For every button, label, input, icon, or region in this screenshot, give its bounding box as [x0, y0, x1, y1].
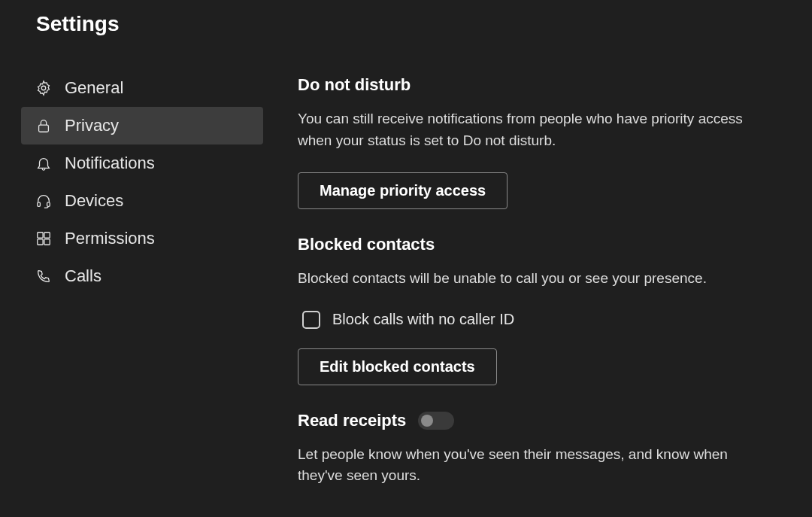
svg-rect-7 [44, 239, 50, 245]
sidebar-item-label: Permissions [65, 229, 155, 248]
svg-rect-5 [44, 233, 50, 238]
manage-priority-access-button[interactable]: Manage priority access [298, 172, 508, 209]
gear-icon [35, 79, 53, 97]
svg-rect-2 [38, 202, 41, 207]
headset-icon [35, 192, 53, 210]
lock-icon [35, 117, 53, 135]
section-desc: Let people know when you've seen their m… [298, 444, 776, 487]
block-no-caller-id-checkbox[interactable] [302, 311, 320, 329]
page-title: Settings [36, 12, 776, 36]
section-blocked-contacts: Blocked contacts Blocked contacts will b… [298, 235, 776, 385]
svg-rect-3 [47, 202, 50, 207]
sidebar-item-label: Privacy [65, 116, 119, 135]
section-read-receipts: Read receipts Let people know when you'v… [298, 411, 776, 487]
sidebar-item-devices[interactable]: Devices [21, 182, 263, 220]
sidebar-item-calls[interactable]: Calls [21, 257, 263, 295]
svg-point-0 [41, 86, 46, 90]
toggle-knob [421, 415, 433, 427]
svg-rect-1 [39, 125, 49, 132]
svg-rect-4 [38, 233, 43, 238]
phone-icon [35, 267, 53, 285]
section-heading: Read receipts [298, 411, 776, 430]
sidebar-item-notifications[interactable]: Notifications [21, 144, 263, 182]
section-desc: Blocked contacts will be unable to call … [298, 268, 776, 290]
section-do-not-disturb: Do not disturb You can still receive not… [298, 75, 776, 209]
bell-icon [35, 154, 53, 172]
section-heading: Blocked contacts [298, 235, 776, 254]
settings-main: Do not disturb You can still receive not… [263, 69, 776, 512]
sidebar-item-permissions[interactable]: Permissions [21, 220, 263, 257]
sidebar-item-label: Calls [65, 266, 102, 286]
block-no-caller-id-row: Block calls with no caller ID [298, 311, 776, 329]
sidebar-item-label: Devices [65, 191, 123, 211]
settings-sidebar: General Privacy Notifications Devices [21, 69, 263, 512]
sidebar-item-label: General [65, 78, 123, 98]
apps-icon [35, 230, 53, 248]
sidebar-item-general[interactable]: General [21, 69, 263, 107]
sidebar-item-label: Notifications [65, 154, 155, 173]
sidebar-item-privacy[interactable]: Privacy [21, 107, 263, 144]
section-heading-text: Read receipts [298, 411, 406, 430]
section-desc: You can still receive notifications from… [298, 108, 776, 151]
edit-blocked-contacts-button[interactable]: Edit blocked contacts [298, 348, 497, 385]
checkbox-label: Block calls with no caller ID [332, 311, 514, 328]
svg-rect-6 [38, 239, 43, 245]
read-receipts-toggle[interactable] [418, 412, 454, 430]
section-heading: Do not disturb [298, 75, 776, 95]
